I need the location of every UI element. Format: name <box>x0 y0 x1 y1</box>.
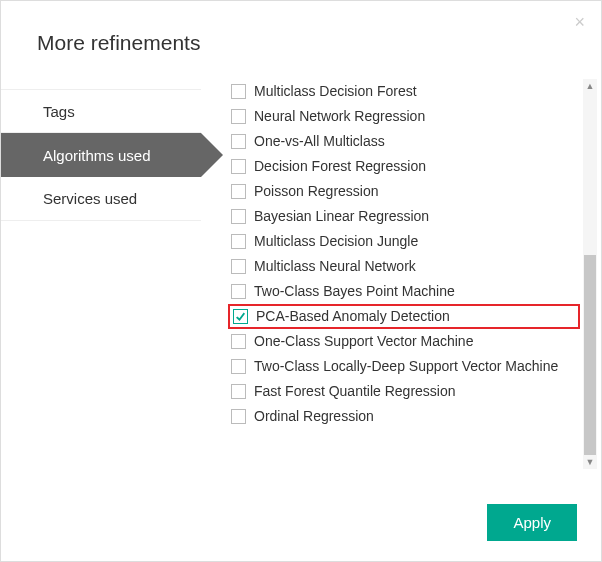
item-label[interactable]: Multiclass Neural Network <box>254 258 416 275</box>
tab-tags[interactable]: Tags <box>1 89 201 133</box>
list-item: Multiclass Decision Forest <box>231 79 577 104</box>
item-label[interactable]: Neural Network Regression <box>254 108 425 125</box>
checkbox[interactable] <box>231 284 246 299</box>
checkbox[interactable] <box>231 409 246 424</box>
checkbox[interactable] <box>231 259 246 274</box>
dialog-title: More refinements <box>1 1 601 79</box>
checkbox[interactable] <box>231 384 246 399</box>
checkbox[interactable] <box>231 334 246 349</box>
list-item: Fast Forest Quantile Regression <box>231 379 577 404</box>
list-item: PCA-Based Anomaly Detection <box>228 304 580 329</box>
sidebar: TagsAlgorithms usedServices used <box>1 79 201 469</box>
checkbox[interactable] <box>231 184 246 199</box>
close-icon[interactable]: × <box>574 13 585 31</box>
dialog-footer: Apply <box>487 504 577 541</box>
scroll-down-arrow[interactable]: ▼ <box>583 455 597 469</box>
options-panel: Multiclass Decision ForestNeural Network… <box>201 79 601 469</box>
item-label[interactable]: Two-Class Locally-Deep Support Vector Ma… <box>254 358 558 375</box>
checkbox[interactable] <box>231 209 246 224</box>
list-item: Multiclass Neural Network <box>231 254 577 279</box>
item-label[interactable]: Bayesian Linear Regression <box>254 208 429 225</box>
tab-label: Algorithms used <box>43 147 151 164</box>
apply-button[interactable]: Apply <box>487 504 577 541</box>
list-item: Two-Class Locally-Deep Support Vector Ma… <box>231 354 577 379</box>
item-label[interactable]: Multiclass Decision Jungle <box>254 233 418 250</box>
scroll-thumb[interactable] <box>584 255 596 455</box>
checkbox[interactable] <box>231 109 246 124</box>
checkbox[interactable] <box>231 159 246 174</box>
options-list: Multiclass Decision ForestNeural Network… <box>231 79 583 469</box>
tab-algorithms-used[interactable]: Algorithms used <box>1 133 201 177</box>
checkbox[interactable] <box>231 359 246 374</box>
checkbox[interactable] <box>231 134 246 149</box>
list-item: Poisson Regression <box>231 179 577 204</box>
tab-services-used[interactable]: Services used <box>1 177 201 221</box>
list-item: Ordinal Regression <box>231 404 577 429</box>
dialog-content: TagsAlgorithms usedServices used Multicl… <box>1 79 601 469</box>
list-item: Bayesian Linear Regression <box>231 204 577 229</box>
scrollbar[interactable]: ▲ ▼ <box>583 79 597 469</box>
item-label[interactable]: Fast Forest Quantile Regression <box>254 383 456 400</box>
list-item: Decision Forest Regression <box>231 154 577 179</box>
tab-label: Services used <box>43 190 137 207</box>
list-item: Multiclass Decision Jungle <box>231 229 577 254</box>
checkbox[interactable] <box>231 84 246 99</box>
item-label[interactable]: One-Class Support Vector Machine <box>254 333 473 350</box>
item-label[interactable]: Decision Forest Regression <box>254 158 426 175</box>
list-item: One-vs-All Multiclass <box>231 129 577 154</box>
item-label[interactable]: Ordinal Regression <box>254 408 374 425</box>
item-label[interactable]: One-vs-All Multiclass <box>254 133 385 150</box>
item-label[interactable]: Poisson Regression <box>254 183 379 200</box>
tab-label: Tags <box>43 103 75 120</box>
item-label[interactable]: Two-Class Bayes Point Machine <box>254 283 455 300</box>
item-label[interactable]: PCA-Based Anomaly Detection <box>256 308 450 325</box>
item-label[interactable]: Multiclass Decision Forest <box>254 83 417 100</box>
scroll-up-arrow[interactable]: ▲ <box>583 79 597 93</box>
checkbox[interactable] <box>231 234 246 249</box>
checkbox[interactable] <box>233 309 248 324</box>
list-item: Two-Class Bayes Point Machine <box>231 279 577 304</box>
list-item: One-Class Support Vector Machine <box>231 329 577 354</box>
list-item: Neural Network Regression <box>231 104 577 129</box>
